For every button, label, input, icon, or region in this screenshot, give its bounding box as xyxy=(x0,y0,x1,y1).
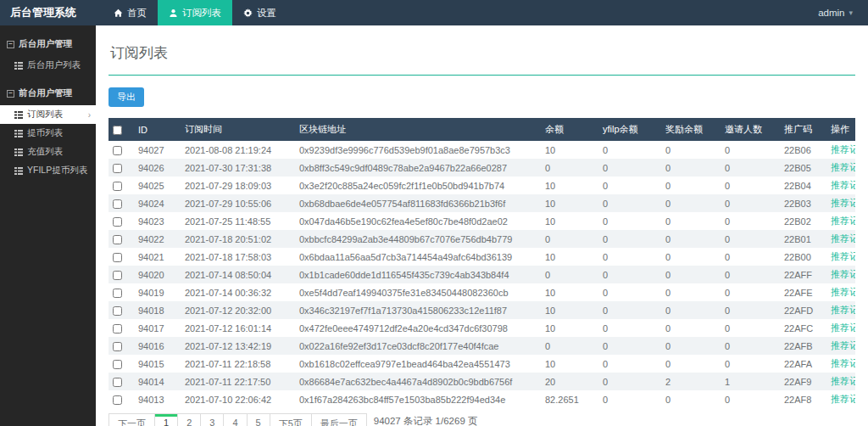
cell-subscribe-time: 2021-07-18 20:51:02 xyxy=(181,230,295,248)
referral-records-link[interactable]: 推荐记录 xyxy=(831,358,855,368)
pagination-button-page-3[interactable]: 3 xyxy=(200,413,224,426)
col-blockchain-address: 区块链地址 xyxy=(295,118,541,141)
navbar-item-home[interactable]: 首页 xyxy=(103,0,158,25)
row-checkbox[interactable] xyxy=(113,235,122,244)
row-checkbox-cell xyxy=(108,266,134,283)
cell-invite-count: 0 xyxy=(721,266,780,283)
table-row: 94015 2021-07-11 22:18:58 0xb1618c02effc… xyxy=(108,355,855,373)
row-checkbox[interactable] xyxy=(113,253,122,262)
row-checkbox[interactable] xyxy=(113,360,122,369)
cell-invite-count: 0 xyxy=(721,390,780,408)
row-checkbox[interactable] xyxy=(113,324,122,334)
cell-balance: 10 xyxy=(541,355,598,373)
referral-records-link[interactable]: 推荐记录 xyxy=(831,322,855,333)
sidebar-section-backend-user-mgmt: − 后台用户管理 后台用户列表 › xyxy=(0,34,96,75)
pagination-button-page-4[interactable]: 4 xyxy=(223,413,247,426)
cell-yfilp-balance: 0 xyxy=(598,266,661,283)
referral-records-link[interactable]: 推荐记录 xyxy=(831,340,855,350)
cell-id: 94020 xyxy=(134,266,181,283)
cell-blockchain-address: 0x9239df3e9996c776d539eb9f01a8ae8e7957b3… xyxy=(295,141,541,159)
cell-invite-count: 0 xyxy=(721,194,780,212)
cell-promo-code: 22B02 xyxy=(780,212,826,230)
row-checkbox[interactable] xyxy=(113,146,122,155)
referral-records-link[interactable]: 推荐记录 xyxy=(831,251,855,261)
pagination-button-page-5[interactable]: 5 xyxy=(247,413,270,426)
cell-balance: 10 xyxy=(541,283,598,301)
row-checkbox[interactable] xyxy=(113,342,122,351)
cell-invite-count: 0 xyxy=(721,301,780,319)
cell-subscribe-time: 2021-07-11 22:18:58 xyxy=(181,355,295,373)
referral-records-link[interactable]: 推荐记录 xyxy=(831,162,855,172)
row-checkbox[interactable] xyxy=(113,306,122,316)
navbar-item-settings[interactable]: 设置 xyxy=(232,0,287,25)
cell-subscribe-time: 2021-07-12 13:42:19 xyxy=(181,337,295,355)
referral-records-link[interactable]: 推荐记录 xyxy=(831,305,855,315)
row-checkbox[interactable] xyxy=(113,217,122,227)
cell-invite-count: 0 xyxy=(721,159,780,177)
sidebar-section-frontend-user-mgmt: − 前台用户管理 订阅列表 › 提币列表 › 充值列表 › YFILP提币列表 … xyxy=(0,83,96,180)
row-checkbox[interactable] xyxy=(113,271,122,280)
cell-subscribe-time: 2021-07-12 20:32:00 xyxy=(181,301,295,319)
caret-down-icon: ▾ xyxy=(849,8,853,17)
table-row: 94016 2021-07-12 13:42:19 0x022a16fe92ef… xyxy=(108,337,855,355)
navbar-item-subscriptions[interactable]: 订阅列表 xyxy=(158,0,232,25)
col-invite-count: 邀请人数 xyxy=(721,118,780,141)
cell-actions: 推荐记录 xyxy=(826,194,855,212)
pagination-button-page-2[interactable]: 2 xyxy=(177,413,201,426)
export-button[interactable]: 导出 xyxy=(108,87,144,107)
pagination-button-0[interactable]: 下一页 xyxy=(108,413,155,426)
list-icon xyxy=(14,149,23,156)
cell-invite-count: 0 xyxy=(721,248,780,266)
row-checkbox[interactable] xyxy=(113,199,122,209)
referral-records-link[interactable]: 推荐记录 xyxy=(831,180,855,190)
cell-balance: 10 xyxy=(541,212,598,230)
list-icon xyxy=(14,130,23,137)
sidebar-item-admin-user-list[interactable]: 后台用户列表 › xyxy=(0,56,96,75)
referral-records-link[interactable]: 推荐记录 xyxy=(831,376,855,386)
cell-subscribe-time: 2021-08-08 21:19:24 xyxy=(181,141,295,159)
select-all-checkbox[interactable] xyxy=(113,126,122,135)
sidebar-section-header[interactable]: − 后台用户管理 xyxy=(0,34,96,54)
cell-yfilp-balance: 0 xyxy=(598,177,661,194)
cell-promo-code: 22B05 xyxy=(780,159,826,177)
sidebar-item-recharge-list[interactable]: 充值列表 › xyxy=(0,143,96,161)
cell-promo-code: 22AFC xyxy=(780,319,826,337)
pagination-button-6[interactable]: 下5页 xyxy=(270,413,312,426)
cell-yfilp-balance: 0 xyxy=(598,248,661,266)
cell-promo-code: 22AF8 xyxy=(780,390,826,408)
row-checkbox[interactable] xyxy=(113,289,122,298)
sidebar-item-withdraw-list[interactable]: 提币列表 › xyxy=(0,124,96,143)
referral-records-link[interactable]: 推荐记录 xyxy=(831,287,855,297)
cell-balance: 10 xyxy=(541,248,598,266)
cell-balance: 10 xyxy=(541,177,598,194)
cell-reward-balance: 0 xyxy=(661,230,721,248)
pagination-button-page-1[interactable]: 1 xyxy=(154,413,178,426)
row-checkbox[interactable] xyxy=(113,164,122,173)
sidebar-item-subscription-list[interactable]: 订阅列表 › xyxy=(0,105,96,124)
row-checkbox-cell xyxy=(108,212,134,230)
cell-actions: 推荐记录 xyxy=(826,177,855,194)
referral-records-link[interactable]: 推荐记录 xyxy=(831,269,855,279)
sidebar-item-yfilp-withdraw-list[interactable]: YFILP提币列表 › xyxy=(0,161,96,180)
cell-id: 94014 xyxy=(134,373,181,390)
pagination-button-7[interactable]: 最后一页 xyxy=(311,413,367,426)
user-menu[interactable]: admin ▾ xyxy=(803,0,868,25)
referral-records-link[interactable]: 推荐记录 xyxy=(831,198,855,208)
app-brand[interactable]: 后台管理系统 xyxy=(0,0,96,25)
referral-records-link[interactable]: 推荐记录 xyxy=(831,216,855,226)
cell-reward-balance: 0 xyxy=(661,177,721,194)
table-row: 94017 2021-07-12 16:01:14 0x472fe0eee474… xyxy=(108,319,855,337)
row-checkbox[interactable] xyxy=(113,378,122,387)
cell-id: 94013 xyxy=(134,390,181,408)
cell-yfilp-balance: 0 xyxy=(598,212,661,230)
referral-records-link[interactable]: 推荐记录 xyxy=(831,233,855,244)
row-checkbox-cell xyxy=(108,230,134,248)
sidebar-section-header[interactable]: − 前台用户管理 xyxy=(0,83,96,104)
table-row: 94025 2021-07-29 18:09:03 0x3e2f20c885a2… xyxy=(108,177,855,194)
cell-balance: 20 xyxy=(541,373,598,390)
row-checkbox[interactable] xyxy=(113,182,122,191)
referral-records-link[interactable]: 推荐记录 xyxy=(831,394,855,404)
subscription-table: ID 订阅时间 区块链地址 余额 yfilp余额 奖励余额 邀请人数 推广码 操… xyxy=(108,118,855,408)
referral-records-link[interactable]: 推荐记录 xyxy=(831,144,855,154)
row-checkbox[interactable] xyxy=(113,395,122,405)
